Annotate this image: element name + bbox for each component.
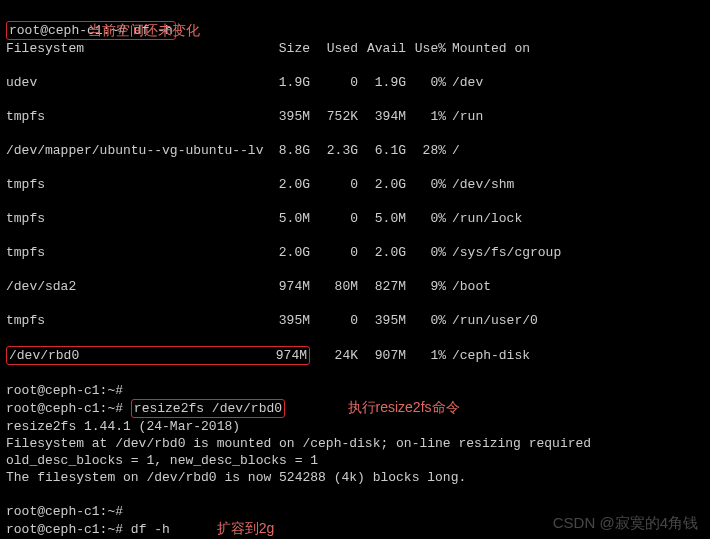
prompt-resize: root@ceph-c1:~# resize2fs /dev/rbd0 执行re… <box>6 401 460 416</box>
annotation-resize: 执行resize2fs命令 <box>348 399 460 415</box>
df1-row-rbd0: /dev/rbd0974M24K907M1%/ceph-disk <box>6 346 704 365</box>
df1-row: udev1.9G01.9G0%/dev <box>6 74 704 91</box>
highlight-rbd0-before: /dev/rbd0974M <box>6 346 310 365</box>
resize-output-line: resize2fs 1.44.1 (24-Mar-2018) <box>6 419 240 434</box>
resize-output-line: The filesystem on /dev/rbd0 is now 52428… <box>6 470 466 485</box>
df1-row: tmpfs5.0M05.0M0%/run/lock <box>6 210 704 227</box>
df1-header: FilesystemSizeUsedAvailUse%Mounted on <box>6 40 704 57</box>
resize-output-line: Filesystem at /dev/rbd0 is mounted on /c… <box>6 436 591 451</box>
annotation-no-change: 当前空间还未变化 <box>88 22 200 39</box>
prompt-empty: root@ceph-c1:~# <box>6 383 123 398</box>
df1-row: /dev/sda2974M80M827M9%/boot <box>6 278 704 295</box>
terminal-output: root@ceph-c1:~# df -h FilesystemSizeUsed… <box>0 0 710 539</box>
df1-row: tmpfs2.0G02.0G0%/dev/shm <box>6 176 704 193</box>
df1-row: tmpfs2.0G02.0G0%/sys/fs/cgroup <box>6 244 704 261</box>
resize-output-line: old_desc_blocks = 1, new_desc_blocks = 1 <box>6 453 318 468</box>
highlight-resize-cmd: resize2fs /dev/rbd0 <box>131 399 285 418</box>
df1-row: tmpfs395M0395M0%/run/user/0 <box>6 312 704 329</box>
df1-row: tmpfs395M752K394M1%/run <box>6 108 704 125</box>
blank-line <box>6 487 14 502</box>
prompt-df-2: root@ceph-c1:~# df -h 扩容到2g <box>6 522 274 537</box>
prompt-empty: root@ceph-c1:~# <box>6 504 123 519</box>
annotation-expand: 扩容到2g <box>217 520 275 536</box>
df1-row: /dev/mapper/ubuntu--vg-ubuntu--lv8.8G2.3… <box>6 142 704 159</box>
